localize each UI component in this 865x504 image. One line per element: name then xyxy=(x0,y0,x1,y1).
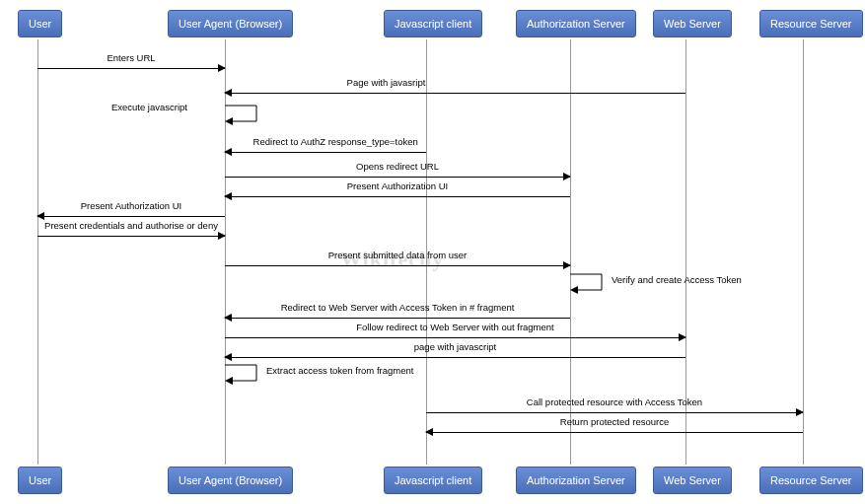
actor-auth-server-top: Authorization Server xyxy=(516,10,636,37)
msg-label: Extract access token from fragment xyxy=(266,365,413,376)
msg-label: Page with javasript xyxy=(347,77,426,88)
msg-label: page with javascript xyxy=(414,341,496,352)
actor-js-client-top: Javascript client xyxy=(384,10,482,37)
msg-label: Verify and create Access Token xyxy=(612,274,742,285)
actor-user-agent-top: User Agent (Browser) xyxy=(168,10,293,37)
actor-js-client-bottom: Javascript client xyxy=(384,467,482,494)
svg-marker-1 xyxy=(570,286,578,294)
msg-label: Return protected resource xyxy=(560,416,669,427)
msg-label: Present submitted data from user xyxy=(328,250,467,260)
msg-label: Execute javascript xyxy=(111,102,187,112)
msg-label: Present Authorization UI xyxy=(347,180,448,191)
actor-user-bottom: User xyxy=(18,467,62,494)
msg-present-submitted-data: Present submitted data from user xyxy=(225,261,570,275)
actor-web-server-bottom: Web Server xyxy=(653,467,732,494)
actor-user-top: User xyxy=(18,10,62,37)
lifeline-resource-server xyxy=(803,39,804,465)
msg-label: Follow redirect to Web Server with out f… xyxy=(356,322,553,332)
msg-label: Enters URL xyxy=(107,52,155,63)
svg-marker-2 xyxy=(225,377,233,385)
msg-present-auth-ui-1: Present Authorization UI xyxy=(225,192,570,206)
msg-label: Present Authorization UI xyxy=(81,200,181,211)
msg-page-with-javascript: Page with javasript xyxy=(225,89,685,103)
lifeline-user xyxy=(37,39,38,465)
actor-web-server-top: Web Server xyxy=(653,10,732,37)
msg-present-credentials: Present credentials and authorise or den… xyxy=(37,232,225,246)
msg-redirect-authz: Redirect to AuthZ response_type=token xyxy=(225,148,426,162)
msg-label: Present credentials and authorise or den… xyxy=(44,220,218,231)
msg-label: Call protected resource with Access Toke… xyxy=(527,396,702,407)
actor-user-agent-bottom: User Agent (Browser) xyxy=(168,467,293,494)
msg-label: Redirect to AuthZ response_type=token xyxy=(253,136,418,147)
msg-label: Opens redirect URL xyxy=(356,161,439,172)
msg-label: Redirect to Web Server with Access Token… xyxy=(281,302,515,313)
msg-enters-url: Enters URL xyxy=(37,64,225,78)
actor-auth-server-bottom: Authorization Server xyxy=(516,467,636,494)
actor-resource-server-bottom: Resource Server xyxy=(759,467,863,494)
svg-marker-0 xyxy=(225,117,233,125)
actor-resource-server-top: Resource Server xyxy=(759,10,863,37)
msg-return-protected: Return protected resource xyxy=(426,428,803,442)
